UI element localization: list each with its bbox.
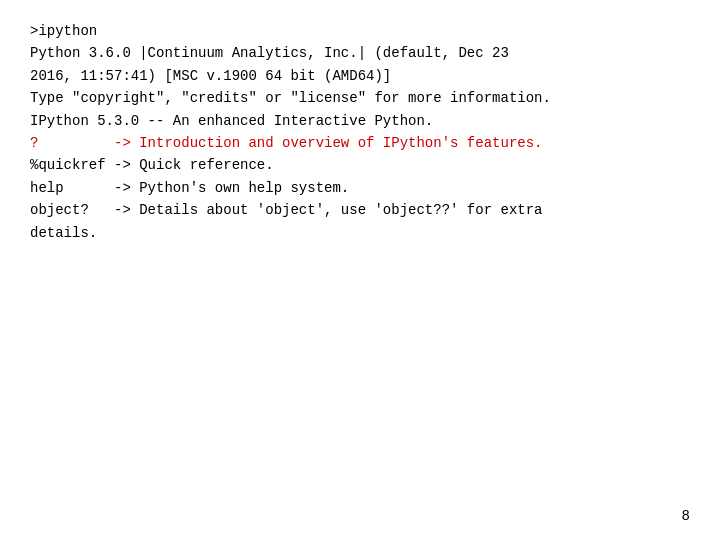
terminal-line: %quickref -> Quick reference. [30, 154, 690, 176]
terminal-line: details. [30, 222, 690, 244]
terminal-line: object? -> Details about 'object', use '… [30, 199, 690, 221]
terminal-content: >ipythonPython 3.6.0 |Continuum Analytic… [0, 0, 720, 264]
terminal-line: Python 3.6.0 |Continuum Analytics, Inc.|… [30, 42, 690, 64]
page-number: 8 [682, 508, 690, 524]
terminal-line: 2016, 11:57:41) [MSC v.1900 64 bit (AMD6… [30, 65, 690, 87]
terminal-line: help -> Python's own help system. [30, 177, 690, 199]
terminal-line: IPython 5.3.0 -- An enhanced Interactive… [30, 110, 690, 132]
terminal-line: ? -> Introduction and overview of IPytho… [30, 132, 690, 154]
terminal-line: Type "copyright", "credits" or "license"… [30, 87, 690, 109]
terminal-line: >ipython [30, 20, 690, 42]
